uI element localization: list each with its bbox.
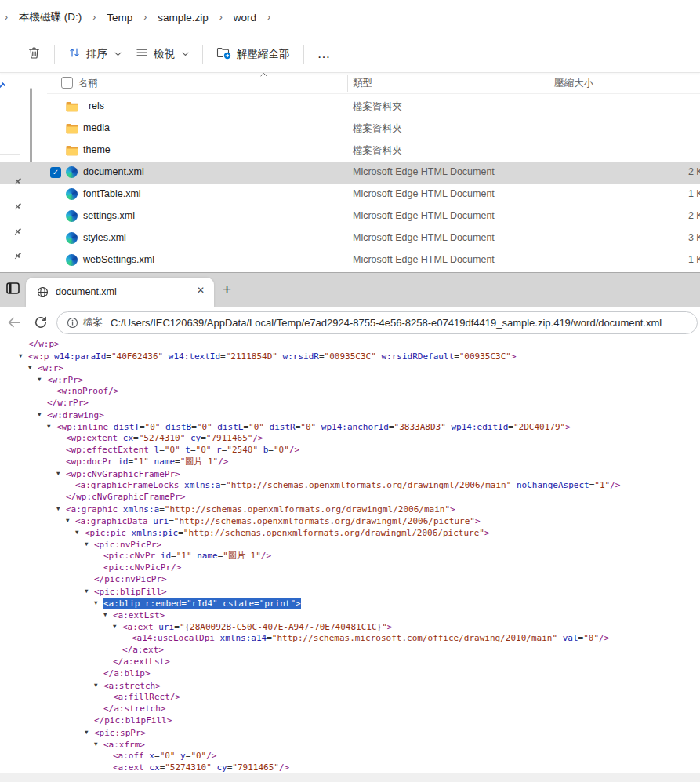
delete-button[interactable] — [20, 41, 48, 67]
column-header-type[interactable]: 類型 — [353, 77, 372, 90]
pin-icon[interactable] — [13, 250, 23, 260]
xml-line: ▼<w:rPr> — [0, 373, 700, 385]
xml-line: ▼<pic:nvPicPr> — [0, 538, 700, 550]
collapse-arrow-icon[interactable]: ▼ — [85, 726, 94, 738]
xml-line: <w:noProof/> — [0, 385, 700, 397]
xml-line: ▼<wp:inline distT="0" distB="0" distL="0… — [0, 420, 700, 432]
collapse-arrow-icon[interactable]: ▼ — [19, 350, 28, 362]
collapse-arrow-icon[interactable]: ▼ — [56, 467, 66, 479]
file-type: 檔案資料夾 — [353, 144, 402, 158]
file-row[interactable]: styles.xmlMicrosoft Edge HTML Document3 … — [0, 227, 700, 249]
column-header-name[interactable]: 名稱 — [78, 77, 98, 90]
xml-line: ▼<a:blip r:embed="rId4" cstate="print"> — [0, 597, 700, 609]
collapse-arrow-icon[interactable]: ▼ — [28, 362, 38, 373]
xml-line: ▼<w:drawing> — [0, 409, 700, 420]
tab-actions-icon[interactable] — [6, 282, 20, 297]
row-checkbox-checked[interactable]: ✓ — [50, 167, 61, 178]
collapse-arrow-icon[interactable]: ▼ — [66, 515, 75, 526]
column-divider[interactable] — [549, 75, 549, 92]
info-icon[interactable] — [67, 317, 78, 329]
xml-node: <wp:docPr id="1" name="圖片 1"/> — [66, 456, 228, 467]
xml-node: </a:blip> — [103, 668, 151, 678]
select-all-checkbox[interactable] — [61, 77, 73, 89]
xml-line: <a:ext cx="5274310" cy="7911465"/> — [0, 762, 700, 773]
tab-document-xml[interactable]: document.xml ✕ — [26, 278, 214, 307]
extract-folder-icon — [216, 46, 231, 62]
trash-icon — [27, 46, 41, 62]
edge-browser-icon — [66, 210, 78, 223]
pin-icon[interactable] — [13, 176, 23, 186]
browser-window: document.xml ✕ + 檔案 C:/Users/IEC120639/A… — [0, 272, 700, 338]
xml-node: <a:extLst> — [113, 610, 165, 620]
collapse-arrow-icon[interactable]: ▼ — [47, 420, 56, 432]
globe-icon — [37, 286, 49, 301]
breadcrumb: ›本機磁碟 (D:)›Temp›sample.zip›word› — [0, 0, 700, 35]
tab-close-icon[interactable]: ✕ — [197, 285, 205, 296]
xml-node: <pic:nvPicPr> — [94, 540, 161, 550]
xml-node: <wp:extent cx="5274310" cy="7911465"/> — [66, 433, 263, 443]
file-size: 1 KB — [553, 188, 700, 199]
xml-node: <wp:cNvGraphicFramePr> — [66, 469, 180, 479]
collapse-arrow-icon[interactable]: ▼ — [85, 538, 94, 550]
breadcrumb-item[interactable]: Temp — [100, 9, 139, 27]
folder-icon — [66, 122, 78, 135]
breadcrumb-item[interactable]: word — [227, 9, 263, 27]
collapse-arrow-icon[interactable]: ▼ — [113, 620, 122, 632]
sort-button[interactable]: 排序 — [61, 41, 129, 67]
collapse-arrow-icon[interactable]: ▼ — [75, 526, 85, 538]
pin-icon[interactable] — [13, 201, 23, 211]
clipped-toolbar-icon[interactable] — [0, 81, 7, 97]
file-row[interactable]: theme檔案資料夾 — [0, 140, 700, 162]
file-row[interactable]: media檔案資料夾 — [0, 118, 700, 140]
xml-line: </pic:blipFill> — [0, 715, 700, 726]
back-icon[interactable] — [6, 315, 22, 333]
sort-arrows-icon — [68, 46, 81, 61]
xml-node: <a:stretch> — [103, 681, 161, 691]
reload-icon[interactable] — [33, 315, 49, 333]
xml-line: <a:graphicFrameLocks xmlns:a="http://sch… — [0, 479, 700, 491]
file-row[interactable]: webSettings.xmlMicrosoft Edge HTML Docum… — [0, 249, 700, 271]
collapse-arrow-icon[interactable]: ▼ — [94, 679, 103, 691]
new-tab-button[interactable]: + — [223, 282, 231, 297]
xml-viewer: </w:p>▼<w:p w14:paraId="40F62436" w14:te… — [0, 337, 700, 773]
view-button[interactable]: 檢視 — [129, 41, 196, 67]
file-row[interactable]: ✓document.xmlMicrosoft Edge HTML Documen… — [0, 162, 700, 184]
xml-node: </pic:blipFill> — [94, 715, 172, 726]
edge-browser-icon — [66, 166, 78, 179]
file-type: Microsoft Edge HTML Document — [353, 166, 495, 177]
file-row[interactable]: fontTable.xmlMicrosoft Edge HTML Documen… — [0, 184, 700, 206]
xml-line: </w:p> — [0, 338, 700, 350]
xml-line: ▼<a:xfrm> — [0, 738, 700, 750]
xml-line: </a:blip> — [0, 667, 700, 679]
collapse-arrow-icon[interactable]: ▼ — [85, 585, 94, 597]
breadcrumb-chevron-icon: › — [0, 12, 13, 23]
collapse-arrow-icon[interactable]: ▼ — [56, 503, 66, 515]
breadcrumb-item[interactable]: sample.zip — [151, 9, 215, 27]
file-name: _rels — [83, 100, 104, 111]
xml-node: <a:graphicData uri="http://schemas.openx… — [75, 516, 481, 526]
collapse-arrow-icon[interactable]: ▼ — [38, 409, 47, 420]
xml-node: <pic:blipFill> — [94, 587, 167, 597]
xml-node: </w:p> — [28, 339, 60, 349]
column-divider[interactable] — [347, 75, 348, 92]
extract-all-button[interactable]: 解壓縮全部 — [209, 41, 297, 67]
breadcrumb-item[interactable]: 本機磁碟 (D:) — [13, 7, 88, 27]
file-row[interactable]: _rels檔案資料夾 — [0, 96, 700, 118]
collapse-arrow-icon[interactable]: ▼ — [94, 738, 103, 750]
collapse-arrow-icon[interactable]: ▼ — [94, 597, 103, 609]
file-name: settings.xml — [83, 210, 135, 221]
file-name: media — [83, 122, 110, 133]
extract-all-label: 解壓縮全部 — [237, 47, 290, 61]
address-bar[interactable]: 檔案 C:/Users/IEC120639/AppData/Local/Temp… — [56, 311, 698, 334]
collapse-arrow-icon[interactable]: ▼ — [38, 373, 47, 385]
folder-icon — [66, 100, 78, 113]
column-header-size[interactable]: 壓縮大小 — [554, 77, 593, 90]
xml-node: <pic:spPr> — [94, 728, 146, 738]
xml-node: <pic:pic xmlns:pic="http://schemas.openx… — [85, 528, 490, 538]
file-row[interactable]: settings.xmlMicrosoft Edge HTML Document… — [0, 206, 700, 227]
more-options-button[interactable]: … — [310, 41, 339, 67]
pin-icon[interactable] — [13, 226, 23, 236]
xml-node: <a:fillRect/> — [113, 692, 180, 702]
xml-line: ▼<a:graphic xmlns:a="http://schemas.open… — [0, 503, 700, 515]
collapse-arrow-icon[interactable]: ▼ — [103, 609, 113, 620]
